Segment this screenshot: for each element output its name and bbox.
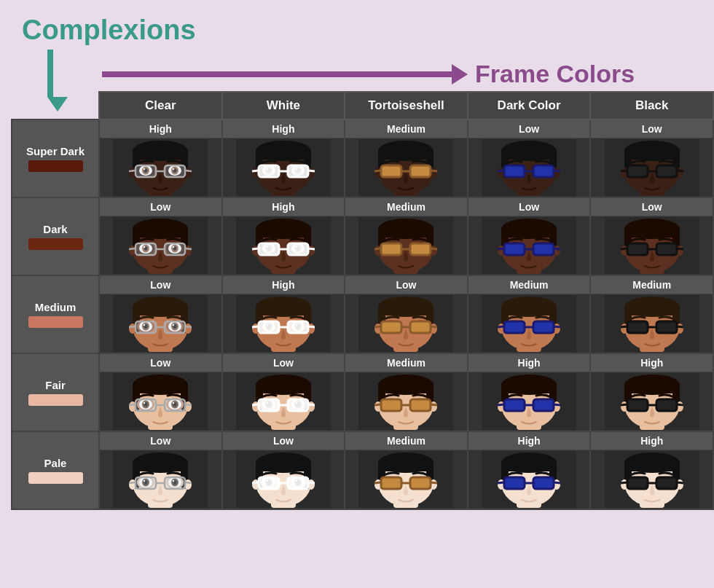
face-1-2 [345,216,468,276]
svg-line-550 [374,482,381,483]
svg-rect-500 [165,477,185,489]
svg-rect-139 [136,243,156,255]
svg-rect-556 [501,461,557,471]
svg-line-527 [308,482,315,483]
svg-line-70 [374,170,381,171]
face-2-0 [99,294,222,354]
svg-line-526 [252,482,259,483]
contrast-2-4: Medium [590,275,713,294]
svg-rect-212 [533,243,554,255]
svg-rect-523 [259,477,279,489]
svg-rect-380 [165,399,185,411]
svg-rect-436 [501,383,557,393]
svg-rect-92 [533,165,554,177]
face-1-3 [468,216,591,276]
col-header-dark-color: Dark Color [468,92,591,119]
svg-line-239 [677,248,683,249]
svg-rect-476 [656,399,677,411]
svg-line-334 [498,326,504,327]
svg-line-454 [498,404,504,405]
svg-rect-115 [627,165,648,177]
table-header: Clear White Tortoiseshell Dark Color Bla… [12,92,713,119]
svg-rect-196 [501,227,557,238]
face-1-1 [222,216,345,276]
svg-rect-332 [533,321,554,333]
svg-line-575 [554,482,560,483]
svg-rect-595 [627,477,648,489]
row-label-1: Dark [12,197,99,275]
svg-rect-356 [656,321,677,333]
svg-line-310 [374,326,381,327]
face-0-3 [468,138,591,198]
face-1-4 [590,216,713,276]
svg-line-22 [129,170,136,171]
contrast-table: Clear White Tortoiseshell Dark Color Bla… [11,91,714,510]
svg-rect-451 [504,399,525,411]
svg-rect-427 [381,399,401,411]
svg-rect-596 [656,477,677,489]
contrast-2-2: Low [345,275,468,294]
svg-line-406 [252,404,259,405]
svg-line-262 [129,326,136,327]
face-2-3 [468,294,591,354]
face-3-4 [590,372,713,432]
contrast-1-3: Low [468,197,591,216]
svg-rect-379 [136,399,156,411]
table-row: Super DarkHighHighMediumLowLow [12,119,713,138]
svg-rect-259 [136,321,156,333]
svg-line-478 [621,404,627,405]
svg-line-311 [431,326,437,327]
svg-rect-316 [501,305,557,315]
table-row: MediumLowHighLowMediumMedium [12,275,713,294]
svg-rect-484 [133,461,188,471]
contrast-4-3: High [468,431,591,450]
contrast-3-1: Low [222,353,345,372]
svg-rect-403 [259,399,279,411]
svg-line-118 [621,170,627,171]
svg-rect-76 [501,149,557,160]
svg-rect-508 [256,461,311,471]
col-header-clear: Clear [99,92,222,119]
svg-rect-404 [288,399,308,411]
svg-line-287 [308,326,315,327]
svg-line-166 [252,248,259,249]
svg-rect-187 [381,243,401,255]
svg-rect-140 [165,243,185,255]
svg-line-551 [431,482,437,483]
svg-line-46 [252,170,259,171]
svg-rect-67 [381,165,401,177]
table-row-faces [12,294,713,354]
svg-line-430 [374,404,381,405]
face-2-1 [222,294,345,354]
contrast-1-4: Low [590,197,713,216]
face-3-3 [468,372,591,432]
face-1-0 [99,216,222,276]
contrast-0-1: High [222,119,345,138]
svg-line-407 [308,404,315,405]
svg-rect-331 [504,321,525,333]
svg-rect-308 [410,321,431,333]
svg-rect-475 [627,399,648,411]
svg-line-23 [185,170,192,171]
svg-rect-172 [378,227,434,238]
table-row-faces [12,216,713,276]
svg-rect-220 [624,227,680,238]
svg-rect-235 [627,243,648,255]
svg-rect-548 [410,477,431,489]
svg-rect-364 [133,383,188,393]
svg-rect-236 [656,243,677,255]
svg-rect-20 [165,165,185,177]
frame-colors-title: Frame Colors [475,60,635,88]
svg-line-238 [621,248,627,249]
svg-rect-572 [533,477,554,489]
svg-rect-91 [504,165,525,177]
svg-rect-524 [288,477,308,489]
svg-line-119 [677,170,683,171]
table-row-faces [12,372,713,432]
row-label-0: Super Dark [12,119,99,197]
svg-rect-412 [378,383,434,393]
contrast-2-0: Low [99,275,222,294]
contrast-4-4: High [590,431,713,450]
svg-rect-211 [504,243,525,255]
svg-line-142 [129,248,136,249]
